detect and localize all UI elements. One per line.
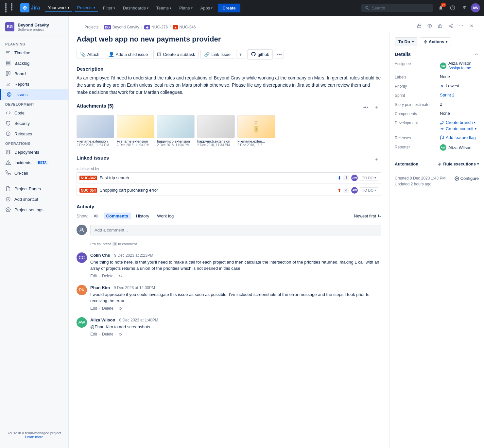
attachment-thumb[interactable] — [77, 115, 114, 138]
breadcrumb-beyond-gravity[interactable]: BG Beyond Gravity — [104, 25, 139, 29]
help-button[interactable] — [447, 3, 458, 13]
sidebar-item-project-pages[interactable]: Project Pages — [0, 183, 68, 194]
sidebar-item-timeline[interactable]: Timeline — [0, 47, 68, 58]
watch-button[interactable] — [425, 21, 434, 30]
nav-actions: 9+ AW — [436, 3, 480, 13]
attachment-thumb[interactable] — [157, 115, 195, 138]
search-input[interactable] — [372, 6, 429, 10]
nav-your-work[interactable]: Your work ▾ — [45, 4, 72, 12]
sidebar-item-reports[interactable]: Reports — [0, 79, 68, 89]
breadcrumb-projects[interactable]: Projects — [84, 25, 98, 29]
sort-button[interactable]: Newest first — [354, 214, 381, 218]
status-actions-row: To Do ▾ Actions ▾ — [395, 37, 479, 46]
add-attachment-button[interactable] — [372, 103, 381, 112]
components-value: None — [440, 111, 450, 116]
attach-button[interactable]: 📎 Attach — [77, 50, 103, 59]
breadcrumb-nuc346[interactable]: ■ NUC-346 — [173, 25, 196, 29]
emoji-reaction-button[interactable]: ☺ — [118, 274, 122, 278]
add-linked-issue-button[interactable] — [372, 155, 381, 164]
more-toolbar-button[interactable]: ••• — [275, 50, 284, 59]
link-dropdown-button[interactable]: ▾ — [236, 50, 245, 59]
sidebar-item-code[interactable]: Code — [0, 108, 68, 118]
releases-label: Releases — [395, 135, 437, 140]
search-box[interactable] — [361, 4, 433, 12]
status-badge[interactable]: TO DO ▾ — [360, 187, 378, 193]
attachment-thumb[interactable] — [237, 115, 275, 138]
sidebar-item-backlog[interactable]: Backlog — [0, 58, 68, 68]
sprint-value[interactable]: Sprint 2 — [440, 93, 455, 97]
svg-line-29 — [450, 25, 451, 26]
like-button[interactable] — [436, 21, 445, 30]
nav-teams[interactable]: Teams ▾ — [154, 4, 174, 12]
issue-key-nuc354[interactable]: NUC-354 — [79, 188, 97, 193]
filter-comments-button[interactable]: Comments — [104, 213, 131, 219]
assignee-row: Assignee AW Aliza Wilson Assign to me — [395, 61, 479, 70]
attachment-thumb[interactable] — [117, 115, 154, 138]
notifications-button[interactable]: 9+ — [436, 3, 446, 13]
configure-button[interactable]: Configure — [455, 176, 479, 181]
project-name: Beyond Gravity — [18, 23, 49, 27]
edit-comment-button[interactable]: Edit — [90, 332, 97, 336]
comment-date: 9 Dec 2023 at 12:00PM — [114, 285, 155, 290]
sidebar-item-issues[interactable]: Issues — [0, 89, 68, 100]
assign-to-me-link[interactable]: Assign to me — [448, 66, 472, 70]
comment-input[interactable]: Add a comment... — [90, 225, 381, 235]
nav-projects[interactable]: Projects ▾ — [75, 4, 98, 12]
nav-apps[interactable]: Apps ▾ — [198, 4, 216, 12]
status-badge[interactable]: TO DO ▾ — [360, 175, 378, 181]
more-options-button[interactable] — [457, 21, 466, 30]
chevron-up-icon[interactable] — [474, 52, 479, 57]
filter-worklog-button[interactable]: Work log — [154, 213, 176, 219]
lock-button[interactable] — [415, 21, 424, 30]
list-item: happymcb.extension 2 Dec 2018, 11:34 PM — [157, 115, 195, 147]
attachments-more-button[interactable]: ••• — [361, 103, 370, 112]
nav-dashboards[interactable]: Dashboards ▾ — [120, 4, 151, 12]
breadcrumb-nuc276[interactable]: ◆ NUC-276 — [144, 25, 168, 29]
edit-comment-button[interactable]: Edit — [90, 274, 97, 278]
create-button[interactable]: Create — [218, 4, 240, 12]
filter-history-button[interactable]: History — [133, 213, 152, 219]
reports-icon — [5, 81, 11, 87]
delete-comment-button[interactable]: Delete — [102, 274, 113, 278]
nav-filter[interactable]: Filter ▾ — [100, 4, 118, 12]
sidebar-item-releases[interactable]: Releases — [0, 129, 68, 139]
attachment-thumb[interactable] — [197, 115, 235, 138]
sidebar-item-project-settings[interactable]: Project settings — [0, 204, 68, 215]
create-branch-button[interactable]: Create branch ▾ — [440, 120, 475, 125]
delete-comment-button[interactable]: Delete — [102, 306, 113, 311]
nav-plans[interactable]: Plans ▾ — [177, 4, 195, 12]
delete-comment-button[interactable]: Delete — [102, 332, 113, 336]
sidebar-item-deployments[interactable]: Deployments — [0, 147, 68, 157]
create-subtask-button[interactable]: ☑ Create a subtask — [153, 50, 199, 59]
labels-value: None — [440, 74, 450, 79]
edit-comment-button[interactable]: Edit — [90, 306, 97, 311]
share-button[interactable] — [446, 21, 455, 30]
github-button[interactable]: github — [247, 49, 273, 60]
create-commit-button[interactable]: Create commit ▾ — [440, 126, 476, 131]
sidebar-item-oncall[interactable]: On-call — [0, 168, 68, 178]
add-feature-flag-button[interactable]: Add feature flag — [440, 135, 476, 140]
learn-more-link[interactable]: Learn more — [25, 435, 43, 439]
grid-menu-icon[interactable] — [4, 2, 18, 14]
link-issue-button[interactable]: 🔗 Link Issue — [200, 50, 234, 59]
attachments-section: Attachments (5) ••• — [77, 103, 381, 112]
add-child-issue-button[interactable]: 👤 Add a child issue — [105, 50, 151, 59]
filter-all-button[interactable]: All — [91, 213, 101, 219]
close-button[interactable] — [467, 21, 476, 30]
jira-logo[interactable]: Jira — [20, 3, 40, 12]
actions-button[interactable]: Actions ▾ — [420, 37, 451, 46]
emoji-reaction-button[interactable]: ☺ — [118, 332, 122, 336]
svg-rect-10 — [6, 72, 8, 76]
settings-button[interactable] — [459, 3, 470, 13]
status-button[interactable]: To Do ▾ — [395, 37, 417, 46]
emoji-reaction-button[interactable]: ☺ — [118, 306, 122, 311]
sidebar-item-incidents[interactable]: Incidents BETA — [0, 157, 68, 168]
sidebar-item-board[interactable]: Board — [0, 68, 68, 79]
sidebar-item-add-shortcut[interactable]: Add shortcut — [0, 194, 68, 204]
user-avatar[interactable]: AW — [471, 3, 480, 12]
issue-key-nuc342[interactable]: NUC-342 — [79, 176, 97, 180]
sidebar-item-security[interactable]: Security — [0, 118, 68, 129]
rule-executions-button[interactable]: Rule executions ▾ — [438, 162, 479, 166]
sprint-label: Sprint — [395, 93, 437, 98]
attachment-name: Filename.extension — [117, 139, 154, 143]
